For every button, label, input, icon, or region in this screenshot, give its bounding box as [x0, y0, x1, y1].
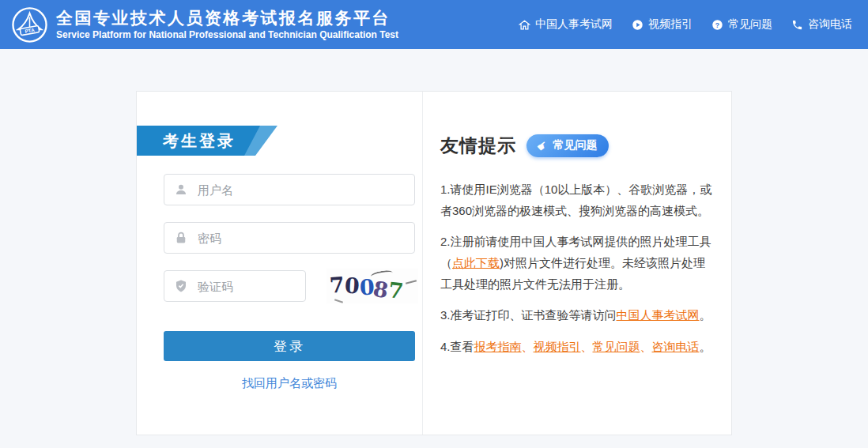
- phone-icon: [791, 19, 803, 31]
- tip-separator: 、: [640, 340, 652, 353]
- login-button[interactable]: 登录: [164, 331, 415, 361]
- tip-text: 4.查看: [440, 340, 474, 353]
- tip-link[interactable]: 咨询电话: [652, 340, 700, 353]
- nav-label: 常见问题: [728, 17, 772, 32]
- captcha-field: [164, 270, 306, 302]
- password-input[interactable]: [164, 222, 415, 254]
- nav-label: 视频指引: [648, 17, 693, 32]
- nav-hotline[interactable]: 咨询电话: [791, 17, 852, 32]
- captcha-noise: [406, 280, 417, 284]
- captcha-digit: 0: [344, 274, 360, 296]
- tips-heading: 友情提示: [440, 134, 516, 158]
- password-field: [164, 222, 415, 254]
- nav-faq[interactable]: ? 常见问题: [711, 17, 772, 32]
- site-titles: 全国专业技术人员资格考试报名服务平台 Service Platform for …: [56, 9, 398, 40]
- tip-link[interactable]: 点此下载: [452, 256, 500, 269]
- top-header: PTA 全国专业技术人员资格考试报名服务平台 Service Platform …: [0, 0, 868, 49]
- site-subtitle: Service Platform for National Profession…: [56, 29, 398, 40]
- pta-logo-icon: PTA: [11, 6, 48, 43]
- captcha-noise: [334, 299, 343, 303]
- tip-item: 3.准考证打印、证书查验等请访问中国人事考试网。: [440, 305, 715, 326]
- tip-link[interactable]: 视频指引: [534, 340, 581, 353]
- captcha-digit: 7: [329, 273, 345, 296]
- tips-section: 友情提示 ☛ 常见问题 1.请使用IE浏览器（10以上版本）、谷歌浏览器，或者3…: [423, 92, 731, 435]
- username-field: [164, 174, 415, 205]
- tip-text: 。: [700, 340, 711, 353]
- play-icon: [632, 19, 643, 31]
- forgot-credentials-link[interactable]: 找回用户名或密码: [164, 376, 415, 391]
- nav-label: 中国人事考试网: [535, 17, 613, 32]
- header-nav: 中国人事考试网 视频指引 ? 常见问题 咨询电话: [519, 17, 852, 32]
- tip-text: 。: [700, 308, 711, 322]
- question-icon: ?: [711, 19, 723, 31]
- tip-link[interactable]: 中国人事考试网: [617, 308, 700, 322]
- login-section: 考生登录 70087 登录 找回用户名或密码: [137, 92, 423, 435]
- nav-china-personnel-exam-site[interactable]: 中国人事考试网: [519, 17, 613, 32]
- login-banner: 考生登录: [137, 126, 277, 156]
- svg-text:?: ?: [715, 21, 719, 28]
- tip-item: 1.请使用IE浏览器（10以上版本）、谷歌浏览器，或者360浏览器的极速模式、搜…: [440, 179, 715, 221]
- login-card: 考生登录 70087 登录 找回用户名或密码: [136, 91, 732, 435]
- nav-label: 咨询电话: [808, 17, 852, 32]
- pointing-hand-icon: ☛: [534, 137, 550, 153]
- tips-list: 1.请使用IE浏览器（10以上版本）、谷歌浏览器，或者360浏览器的极速模式、搜…: [440, 179, 715, 358]
- tip-link[interactable]: 常见问题: [593, 340, 640, 353]
- tip-link[interactable]: 报考指南: [474, 340, 522, 353]
- tip-separator: 、: [522, 340, 534, 353]
- tip-text: 3.准考证打印、证书查验等请访问: [440, 308, 617, 322]
- tip-separator: 、: [581, 340, 593, 353]
- captcha-digit: 7: [387, 279, 405, 302]
- username-input[interactable]: [164, 174, 415, 205]
- faq-badge-button[interactable]: ☛ 常见问题: [526, 134, 609, 157]
- home-icon: [519, 19, 530, 31]
- faq-badge-label: 常见问题: [553, 138, 597, 152]
- tips-header: 友情提示 ☛ 常见问题: [440, 134, 715, 158]
- tip-text: 1.请使用IE浏览器（10以上版本）、谷歌浏览器，或者360浏览器的极速模式、搜…: [440, 183, 711, 217]
- site-title: 全国专业技术人员资格考试报名服务平台: [56, 9, 398, 28]
- captcha-input[interactable]: [164, 270, 306, 302]
- captcha-image[interactable]: 70087: [326, 269, 418, 303]
- tip-item: 2.注册前请使用中国人事考试网提供的照片处理工具（点此下载)对照片文件进行处理。…: [440, 232, 715, 295]
- nav-video-guide[interactable]: 视频指引: [632, 17, 693, 32]
- brand: PTA 全国专业技术人员资格考试报名服务平台 Service Platform …: [11, 6, 398, 43]
- tip-item: 4.查看报考指南、视频指引、常见问题、咨询电话。: [440, 337, 715, 358]
- login-banner-title: 考生登录: [163, 130, 236, 152]
